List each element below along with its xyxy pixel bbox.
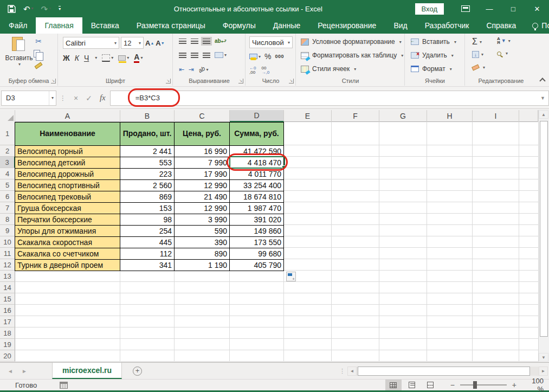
merge-center-button[interactable]: ▾: [215, 52, 227, 58]
font-name-combo[interactable]: Calibri▾: [63, 37, 119, 49]
align-left-button[interactable]: [179, 53, 186, 58]
maximize-button[interactable]: □: [501, 0, 525, 17]
orientation-button[interactable]: ab▾: [198, 66, 208, 73]
select-all-corner[interactable]: [0, 110, 15, 122]
save-icon[interactable]: [8, 5, 16, 13]
sign-in-button[interactable]: Вход: [415, 3, 444, 15]
cell-D4[interactable]: 4 011 770: [230, 169, 284, 180]
zoom-slider-track[interactable]: [460, 384, 507, 385]
cell-B3[interactable]: 553: [120, 157, 175, 169]
vertical-scrollbar[interactable]: ▲ ▼: [538, 110, 549, 362]
font-size-combo[interactable]: 12▾: [121, 37, 144, 49]
cell-C7[interactable]: 12 990: [175, 203, 230, 214]
cell-B4[interactable]: 223: [120, 169, 175, 180]
scroll-up-arrow[interactable]: ▲: [539, 110, 548, 119]
font-color-button[interactable]: А▾: [134, 53, 143, 63]
cell-A9[interactable]: Упоры для отжимания: [15, 226, 120, 237]
collapse-ribbon-button[interactable]: [539, 78, 545, 83]
underline-button[interactable]: Ч: [84, 54, 89, 62]
cell-A10[interactable]: Скакалка скоростная: [15, 237, 120, 248]
cell-A6[interactable]: Велосипед трековый: [15, 191, 120, 203]
align-top-button[interactable]: [179, 38, 186, 44]
cell-A11[interactable]: Скакалка со счетчиком: [15, 248, 120, 260]
column-header-H[interactable]: H: [427, 110, 473, 122]
horizontal-scrollbar[interactable]: ◄ ►: [347, 363, 548, 379]
close-button[interactable]: ✕: [525, 0, 549, 17]
column-header-C[interactable]: C: [175, 110, 230, 122]
format-cells-button[interactable]: Формат▾: [411, 65, 452, 73]
macro-record-icon[interactable]: [60, 382, 68, 389]
row-header-13[interactable]: 13: [0, 271, 15, 282]
cell-D11[interactable]: 99 680: [230, 248, 284, 260]
cell-A3[interactable]: Велосипед детский: [15, 157, 120, 169]
accounting-format-button[interactable]: ▾: [249, 54, 261, 60]
fill-color-button[interactable]: ▾: [118, 55, 129, 61]
row-header-18[interactable]: 18: [0, 327, 15, 339]
column-header-G[interactable]: G: [379, 110, 427, 122]
cell-A4[interactable]: Велосипед дорожный: [15, 169, 120, 180]
row-header-19[interactable]: 19: [0, 339, 15, 350]
autosum-button[interactable]: Σ▾: [472, 37, 482, 47]
ribbon-tab-данные[interactable]: Данные: [264, 17, 309, 34]
horizontal-scroll-thumb[interactable]: [358, 367, 530, 376]
cell-D5[interactable]: 33 254 400: [230, 180, 284, 191]
new-sheet-button[interactable]: +: [133, 367, 142, 376]
cell-B8[interactable]: 98: [120, 214, 175, 226]
expand-formula-bar-button[interactable]: ▼: [537, 91, 549, 106]
prev-sheet-arrow[interactable]: ◄: [8, 368, 13, 374]
ribbon-tab-формулы[interactable]: Формулы: [214, 17, 264, 34]
number-dialog-launcher[interactable]: [289, 79, 294, 83]
row-header-9[interactable]: 9: [0, 225, 15, 236]
cell-A5[interactable]: Велосипед спортивный: [15, 180, 120, 191]
cell-A12[interactable]: Турник в дверной проем: [15, 260, 120, 271]
ribbon-tab-файл[interactable]: Файл: [0, 17, 36, 34]
row-header-3[interactable]: 3: [0, 157, 15, 168]
row-header-16[interactable]: 16: [0, 305, 15, 316]
alignment-dialog-launcher[interactable]: [238, 79, 243, 83]
formula-bar-splitter[interactable]: ⋮: [56, 94, 69, 102]
increase-decimal-button[interactable]: ←0,00: [249, 66, 256, 75]
cell-D6[interactable]: 18 674 810: [230, 191, 284, 203]
increase-indent-button[interactable]: ⇥: [189, 66, 194, 73]
ribbon-display-options-button[interactable]: [454, 0, 477, 17]
customize-qat-button[interactable]: ▾: [59, 6, 61, 11]
name-box[interactable]: D3▾: [1, 91, 56, 106]
redo-button[interactable]: ↷▾: [41, 5, 51, 13]
cell-B11[interactable]: 112: [120, 248, 175, 260]
next-sheet-arrow[interactable]: ►: [22, 368, 27, 374]
cell-B9[interactable]: 254: [120, 226, 175, 237]
undo-button[interactable]: ↶▾: [23, 5, 34, 13]
zoom-in-button[interactable]: +: [512, 381, 516, 389]
clipboard-dialog-launcher[interactable]: [51, 79, 56, 83]
align-right-button[interactable]: [203, 53, 210, 58]
scroll-left-arrow[interactable]: ◄: [347, 367, 357, 376]
column-header-D[interactable]: D: [230, 110, 284, 122]
row-header-20[interactable]: 20: [0, 350, 15, 362]
cell-C6[interactable]: 21 490: [175, 191, 230, 203]
conditional-formatting-button[interactable]: Условное форматирование▾: [301, 38, 402, 46]
ribbon-tab-справка[interactable]: Справка: [477, 17, 525, 34]
cell-D9[interactable]: 149 860: [230, 226, 284, 237]
cell-C11[interactable]: 890: [175, 248, 230, 260]
ribbon-tab-вид[interactable]: Вид: [385, 17, 416, 34]
fill-button[interactable]: ↓▾: [472, 51, 483, 58]
italic-button[interactable]: К: [75, 54, 79, 62]
cell-B6[interactable]: 869: [120, 191, 175, 203]
row-header-1[interactable]: 1: [0, 122, 15, 145]
cell-C9[interactable]: 590: [175, 226, 230, 237]
delete-cells-button[interactable]: Удалить▾: [411, 52, 454, 59]
enter-formula-button[interactable]: ✓: [86, 94, 92, 102]
formula-input[interactable]: =B3*C3: [110, 91, 537, 106]
cell-D8[interactable]: 391 020: [230, 214, 284, 226]
hscroll-splitter[interactable]: ⋮: [337, 363, 347, 379]
column-header-E[interactable]: E: [284, 110, 332, 122]
percent-style-button[interactable]: %: [264, 52, 271, 61]
cell-A7[interactable]: Груша боксерская: [15, 203, 120, 214]
scroll-right-arrow[interactable]: ►: [539, 367, 548, 376]
wrap-text-button[interactable]: ab⮐: [215, 38, 227, 44]
clear-button[interactable]: ▾: [472, 65, 485, 70]
vertical-scroll-thumb[interactable]: [540, 121, 548, 337]
find-select-button[interactable]: ▾: [497, 51, 508, 56]
number-format-combo[interactable]: Числовой▾: [249, 36, 293, 48]
format-painter-icon[interactable]: [34, 62, 43, 67]
